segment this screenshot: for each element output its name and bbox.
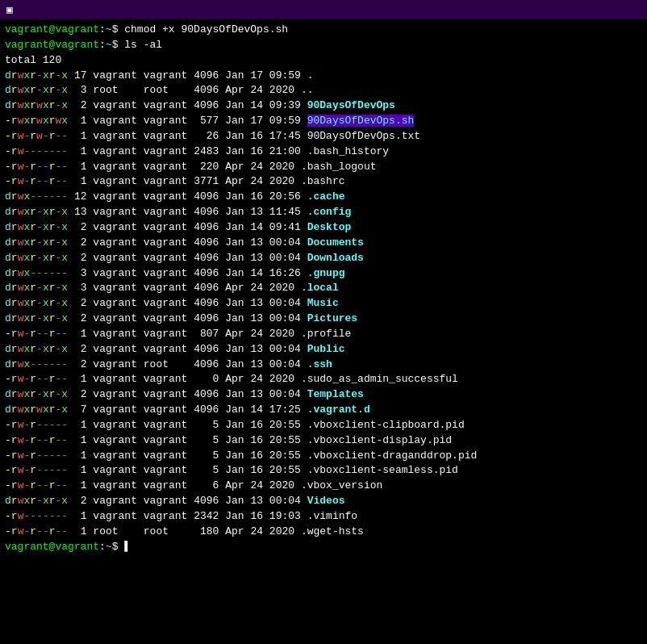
ls-line: -rw------- 1 vagrant vagrant 2342 Jan 16… — [5, 509, 642, 525]
ls-line: drwxr-xr-x 3 root root 4096 Apr 24 2020 … — [5, 83, 642, 98]
ls-line: -rw-r--r-- 1 root root 180 Apr 24 2020 .… — [5, 525, 642, 540]
ls-line: drwx------ 2 vagrant root 4096 Jan 13 00… — [5, 358, 642, 373]
title-bar-icon: ▣ — [6, 3, 13, 16]
total-line: total 120 — [5, 53, 642, 69]
ls-line: drwxr-xr-x 17 vagrant vagrant 4096 Jan 1… — [5, 69, 642, 84]
ls-line: -rw-r--r-- 1 vagrant vagrant 6 Apr 24 20… — [5, 479, 642, 494]
ls-line: drwxr-xr-x 2 vagrant vagrant 4096 Jan 13… — [5, 236, 642, 251]
ls-line: drwxr-xr-x 2 vagrant vagrant 4096 Jan 14… — [5, 220, 642, 236]
prompt-line: vagrant@vagrant:~$ ▌ — [5, 540, 642, 555]
ls-line: drwxrwxr-x 2 vagrant vagrant 4096 Jan 14… — [5, 98, 642, 114]
ls-line: drwxr-xr-x 2 vagrant vagrant 4096 Jan 13… — [5, 494, 642, 509]
ls-line: drwxr-xr-x 2 vagrant vagrant 4096 Jan 13… — [5, 296, 642, 312]
ls-line: -rw-r----- 1 vagrant vagrant 5 Jan 16 20… — [5, 418, 642, 433]
ls-line: drwx------ 3 vagrant vagrant 4096 Jan 14… — [5, 266, 642, 282]
ls-line: drwxr-xr-x 13 vagrant vagrant 4096 Jan 1… — [5, 205, 642, 220]
ls-line: drwxr-xr-x 2 vagrant vagrant 4096 Jan 13… — [5, 342, 642, 358]
ls-line: -rw-r----- 1 vagrant vagrant 5 Jan 16 20… — [5, 463, 642, 479]
ls-line: -rw-rw-r-- 1 vagrant vagrant 26 Jan 16 1… — [5, 129, 642, 144]
ls-line: -rwxrwxrwx 1 vagrant vagrant 577 Jan 17 … — [5, 114, 642, 129]
ls-line: -rw-r--r-- 1 vagrant vagrant 220 Apr 24 … — [5, 160, 642, 175]
ls-line: -rw-r--r-- 1 vagrant vagrant 0 Apr 24 20… — [5, 372, 642, 387]
ls-line: drwxr-xr-x 2 vagrant vagrant 4096 Jan 13… — [5, 387, 642, 403]
ls-line: drwxr-xr-x 3 vagrant vagrant 4096 Apr 24… — [5, 281, 642, 296]
title-bar: ▣ — [0, 0, 647, 19]
ls-line: -rw-r--r-- 1 vagrant vagrant 807 Apr 24 … — [5, 327, 642, 342]
cmd-line: vagrant@vagrant:~$ chmod +x 90DaysOfDevO… — [5, 23, 642, 38]
terminal: vagrant@vagrant:~$ chmod +x 90DaysOfDevO… — [0, 19, 647, 644]
ls-line: drwxrwxr-x 7 vagrant vagrant 4096 Jan 14… — [5, 403, 642, 418]
cmd-line: vagrant@vagrant:~$ ls -al — [5, 38, 642, 53]
ls-line: -rw------- 1 vagrant vagrant 2483 Jan 16… — [5, 144, 642, 160]
ls-line: drwxr-xr-x 2 vagrant vagrant 4096 Jan 13… — [5, 312, 642, 327]
ls-line: -rw-r--r-- 1 vagrant vagrant 3771 Apr 24… — [5, 174, 642, 190]
ls-line: drwx------ 12 vagrant vagrant 4096 Jan 1… — [5, 190, 642, 205]
ls-line: drwxr-xr-x 2 vagrant vagrant 4096 Jan 13… — [5, 251, 642, 266]
ls-line: -rw-r--r-- 1 vagrant vagrant 5 Jan 16 20… — [5, 433, 642, 449]
ls-line: -rw-r----- 1 vagrant vagrant 5 Jan 16 20… — [5, 449, 642, 464]
